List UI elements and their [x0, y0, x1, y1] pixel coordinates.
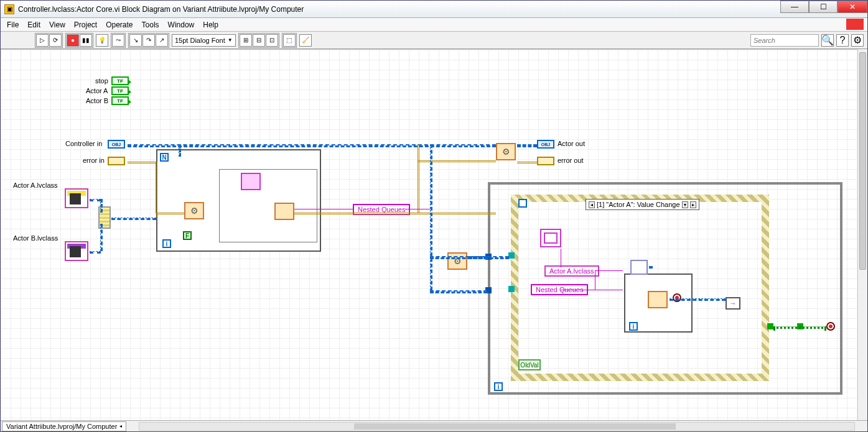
wire-stop[interactable] [773, 326, 826, 329]
retain-wires-button[interactable]: ⤳ [112, 34, 124, 47]
horizontal-scrollbar[interactable] [139, 422, 855, 431]
terminal-actor-out[interactable]: OBJ [537, 140, 554, 149]
abort-button[interactable]: ● [67, 34, 79, 47]
wire-error-to-merge[interactable] [418, 160, 496, 162]
terminal-error-out[interactable] [537, 157, 554, 165]
maximize-button[interactable]: ☐ [809, 1, 838, 13]
terminal-controller-in[interactable]: OBJ [108, 140, 125, 149]
next-case-icon[interactable]: ▸ [690, 201, 696, 208]
tunnel-event-left-2[interactable] [508, 286, 515, 292]
accessor-subvi[interactable] [184, 202, 204, 219]
vertical-scrollbar[interactable] [857, 49, 867, 420]
send-msg-subvi[interactable] [648, 291, 668, 308]
const-class-a[interactable] [65, 188, 88, 208]
vi-icon[interactable] [846, 19, 864, 30]
for-loop-n[interactable]: N [160, 153, 169, 162]
launch-actor-subvi[interactable] [274, 203, 294, 220]
event-data-node-top[interactable] [518, 199, 527, 208]
menu-project[interactable]: Project [74, 21, 97, 29]
terminal-stop[interactable]: TF [111, 76, 129, 85]
wire-error-down[interactable] [156, 162, 157, 213]
menu-tools[interactable]: Tools [142, 21, 159, 29]
menu-view[interactable]: View [49, 21, 65, 29]
label-class-a-const[interactable]: Actor A.lvclass [544, 265, 599, 277]
highlight-button[interactable]: 💡 [96, 34, 108, 47]
msg-class-const[interactable] [540, 229, 561, 247]
wire-error-to-out[interactable] [517, 162, 537, 163]
merge-subvi[interactable] [496, 143, 516, 160]
prev-case-icon[interactable]: ◂ [589, 201, 595, 208]
menu-window[interactable]: Window [168, 21, 195, 29]
canvas-viewport[interactable]: stop TF Actor A TF Actor B TF Controller… [1, 49, 867, 420]
cleanup-button[interactable]: 🧹 [299, 34, 312, 47]
wire-actor-to-out[interactable] [517, 144, 537, 147]
hscroll-thumb[interactable] [354, 423, 676, 430]
const-class-b[interactable] [65, 241, 88, 261]
wire-msg-v[interactable] [561, 249, 561, 267]
align-button[interactable]: ⊞ [240, 34, 252, 47]
wire-reg-to-while[interactable] [469, 256, 509, 259]
terminal-actor-b[interactable]: TF [111, 96, 129, 105]
false-constant[interactable]: F [183, 231, 192, 240]
menu-operate[interactable]: Operate [106, 21, 133, 29]
close-button[interactable]: ✕ [838, 1, 867, 13]
tunnel-event-left-1[interactable] [508, 252, 515, 259]
minimize-button[interactable]: — [780, 1, 809, 13]
wire-error-into-loop[interactable] [156, 213, 184, 214]
dropdown-case-icon[interactable]: ▾ [682, 201, 688, 208]
reorder-button[interactable]: ⬚ [283, 34, 296, 47]
while-loop-stop[interactable] [826, 322, 835, 331]
search-input[interactable] [750, 34, 819, 47]
wire-classref-h[interactable] [595, 270, 623, 271]
wire-error-mid[interactable] [293, 213, 496, 214]
terminal-error-in[interactable] [108, 157, 125, 165]
wire-bundle-out[interactable] [111, 218, 156, 220]
step-over-button[interactable]: ↷ [142, 34, 155, 47]
terminal-actor-a[interactable]: TF [111, 86, 129, 95]
wire-classa-2[interactable] [100, 199, 103, 213]
wire-actor-down1[interactable] [179, 144, 181, 157]
while-loop-i[interactable]: i [494, 382, 503, 391]
unbundle-node[interactable] [630, 260, 648, 275]
settings-button[interactable]: ⚙ [851, 34, 864, 47]
wire-classa-1[interactable] [90, 199, 101, 201]
wire-classref-v[interactable] [595, 270, 595, 290]
search-icon[interactable]: 🔍 [821, 34, 834, 47]
indexing-output[interactable]: → [726, 297, 740, 310]
wire-error-out1[interactable] [128, 162, 156, 163]
inner-i[interactable]: i [629, 322, 638, 331]
event-case-selector[interactable]: ◂ [1] "Actor A": Value Change ▾ ▸ [586, 199, 699, 210]
run-cont-button[interactable]: ⟳ [49, 34, 62, 47]
run-button[interactable]: ▷ [36, 34, 49, 47]
menu-help[interactable]: Help [203, 21, 218, 29]
resize-button[interactable]: ⊡ [266, 34, 278, 47]
tunnel-event-right[interactable] [767, 323, 773, 329]
wire-queue-ref-2[interactable] [405, 209, 430, 209]
wire-actor-ref-main[interactable] [128, 144, 496, 147]
wire-inner-out[interactable] [670, 298, 726, 301]
font-selector[interactable]: 15pt Dialog Font ▼ [172, 34, 236, 47]
wire-error-up[interactable] [418, 144, 419, 213]
chevron-left-icon[interactable]: ◂ [119, 423, 122, 429]
wire-to-while-tunnel[interactable] [430, 290, 487, 293]
wire-actor-down-to-event[interactable] [430, 144, 432, 290]
wire-classb-2[interactable] [100, 224, 103, 251]
help-button[interactable]: ? [836, 34, 849, 47]
wire-msg-h[interactable] [561, 290, 623, 290]
menu-file[interactable]: File [7, 21, 19, 29]
wire-ev-inner[interactable] [649, 266, 653, 269]
wire-classb-1[interactable] [90, 251, 101, 254]
scroll-thumb[interactable] [859, 52, 866, 270]
title-bar[interactable]: ▣ Controller.lvclass:Actor Core.vi Block… [1, 1, 867, 18]
event-data-oldval[interactable]: OldVal [518, 359, 541, 370]
block-diagram-canvas[interactable]: stop TF Actor A TF Actor B TF Controller… [1, 50, 857, 420]
inner-case[interactable] [219, 169, 317, 242]
for-loop-i[interactable]: i [162, 239, 171, 248]
menu-edit[interactable]: Edit [27, 21, 40, 29]
pause-button[interactable]: ▮▮ [80, 34, 92, 47]
unbundle-class-const[interactable] [241, 173, 261, 190]
step-in-button[interactable]: ↘ [129, 34, 142, 47]
wire-queue-ref-1[interactable] [294, 209, 353, 209]
register-events-subvi[interactable] [447, 252, 467, 270]
step-out-button[interactable]: ↗ [156, 34, 168, 47]
